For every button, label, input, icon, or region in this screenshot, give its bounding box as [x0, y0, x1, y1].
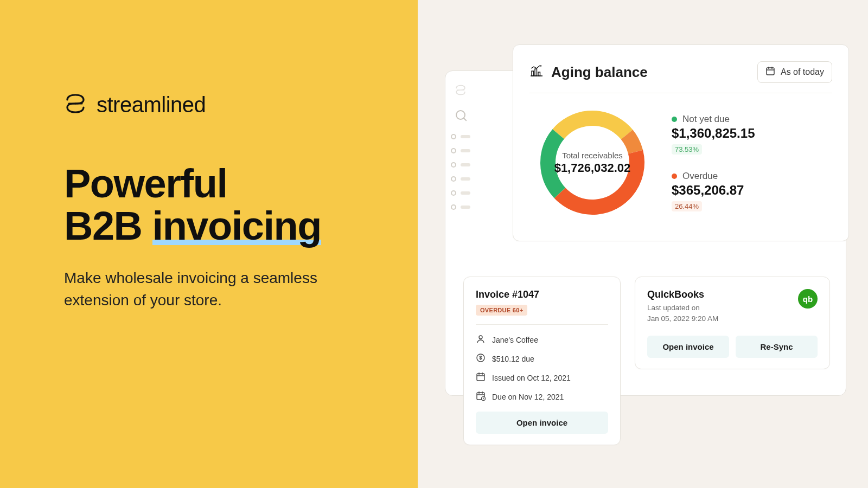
invoice-due-row: Due on Nov 12, 2021 — [476, 387, 608, 406]
donut-center-value: $1,726,032.02 — [554, 161, 631, 175]
quickbooks-title: QuickBooks — [647, 289, 718, 300]
aging-balance-card: Aging balance As of today — [513, 44, 849, 241]
svg-rect-2 — [538, 72, 540, 76]
legend-pct: 73.53% — [672, 144, 702, 155]
svg-rect-4 — [767, 68, 774, 75]
calendar-due-icon — [476, 391, 486, 402]
headline-line-1: Powerful — [64, 161, 227, 206]
donut-center-label: Total receivables — [562, 151, 623, 160]
hero-headline: Powerful B2B invoicing — [64, 163, 374, 247]
svg-rect-0 — [532, 71, 534, 76]
as-of-label: As of today — [781, 67, 824, 77]
svg-point-3 — [540, 65, 541, 66]
qb-open-invoice-button[interactable]: Open invoice — [647, 336, 729, 358]
legend-label: Not yet due — [682, 114, 730, 125]
aging-title: Aging balance — [551, 64, 648, 81]
brand: streamlined — [64, 92, 374, 117]
invoice-customer: Jane's Coffee — [492, 336, 538, 344]
legend-pct: 26.44% — [672, 201, 702, 211]
calendar-icon — [765, 66, 775, 78]
chart-icon — [529, 65, 544, 79]
qb-updated-label: Last updated on — [647, 304, 700, 312]
divider — [476, 324, 608, 325]
brand-name: streamlined — [97, 93, 206, 117]
ghost-nav-item — [451, 204, 470, 210]
overdue-badge: OVERDUE 60+ — [476, 305, 527, 316]
legend-amount: $365,206.87 — [672, 183, 755, 198]
as-of-date-button[interactable]: As of today — [757, 61, 832, 83]
invoice-issued-row: Issued on Oct 12, 2021 — [476, 368, 608, 387]
svg-rect-1 — [535, 69, 537, 76]
invoice-customer-row: Jane's Coffee — [476, 330, 608, 349]
legend-not-yet-due: Not yet due $1,360,825.15 73.53% — [672, 114, 755, 155]
brand-logo-icon — [64, 92, 87, 117]
calendar-icon — [476, 372, 486, 383]
legend-dot-icon — [672, 117, 677, 122]
search-icon — [456, 110, 465, 120]
qb-updated-value: Jan 05, 2022 9:20 AM — [647, 314, 718, 323]
ghost-nav-item — [451, 134, 470, 139]
aging-donut-chart: Total receivables $1,726,032.02 — [533, 103, 652, 222]
legend-amount: $1,360,825.15 — [672, 126, 755, 141]
dollar-icon — [476, 353, 486, 364]
hero-subtitle: Make wholesale invoicing a seamless exte… — [64, 267, 368, 311]
ghost-nav-item — [451, 162, 470, 168]
svg-point-9 — [479, 336, 482, 339]
person-icon — [476, 334, 486, 345]
invoice-card: Invoice #1047 OVERDUE 60+ Jane's Coffee … — [463, 277, 621, 445]
ghost-nav-item — [451, 148, 470, 153]
quickbooks-card: QuickBooks Last updated on Jan 05, 2022 … — [635, 277, 830, 369]
invoice-amount-row: $510.12 due — [476, 349, 608, 368]
legend-overdue: Overdue $365,206.87 26.44% — [672, 171, 755, 211]
legend-label: Overdue — [682, 171, 718, 182]
quickbooks-updated: Last updated on Jan 05, 2022 9:20 AM — [647, 303, 718, 325]
preview-panel: Aging balance As of today — [418, 0, 868, 488]
legend-dot-icon — [672, 174, 677, 179]
svg-rect-11 — [477, 374, 484, 381]
headline-line-2-pre: B2B — [64, 203, 152, 248]
ghost-nav-item — [451, 190, 470, 196]
invoice-due: Due on Nov 12, 2021 — [492, 393, 564, 401]
invoice-amount: $510.12 due — [492, 355, 534, 363]
qb-resync-button[interactable]: Re-Sync — [736, 336, 818, 358]
invoice-title: Invoice #1047 — [476, 289, 608, 300]
headline-line-2-underlined: invoicing — [152, 203, 321, 248]
quickbooks-logo-icon: qb — [798, 289, 818, 309]
invoice-issued: Issued on Oct 12, 2021 — [492, 374, 571, 382]
open-invoice-button[interactable]: Open invoice — [476, 412, 608, 434]
hero-panel: streamlined Powerful B2B invoicing Make … — [0, 0, 418, 488]
aging-legend: Not yet due $1,360,825.15 73.53% Overdue… — [672, 114, 755, 211]
ghost-logo-icon — [455, 84, 467, 96]
ghost-nav-item — [451, 176, 470, 182]
